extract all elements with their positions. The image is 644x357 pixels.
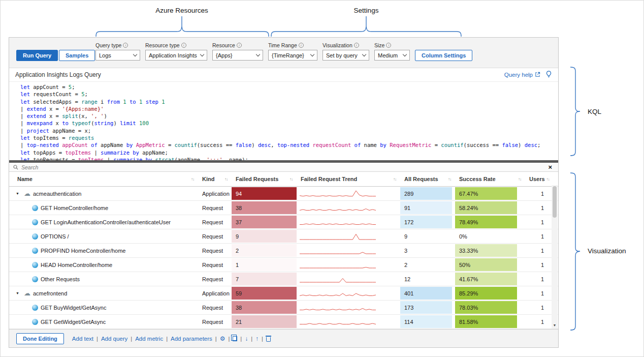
settings-icon[interactable]: ⚙ [220, 336, 226, 342]
done-editing-button[interactable]: Done Editing [16, 333, 64, 344]
separator: | [96, 336, 98, 342]
application-cloud-icon: ☁ [24, 290, 30, 296]
column-settings-button[interactable]: Column Settings [415, 50, 472, 61]
query-help-link[interactable]: Query help [504, 72, 540, 78]
query-title: Application Insights Logs Query [15, 71, 101, 78]
code-line: | extend x = split(x, ', ') [20, 112, 558, 120]
failed-requests-value: 2 [232, 244, 297, 257]
failed-requests-value: 38 [232, 201, 297, 214]
scrollbar-down-icon[interactable]: ▼ [552, 322, 558, 329]
footer-link-add-text[interactable]: Add text [72, 336, 93, 342]
name-label: acmeauthentication [33, 191, 81, 197]
table-row[interactable]: PROPFIND HomeController/homeRequest2333.… [9, 244, 558, 258]
annotation-kql: KQL [588, 108, 601, 115]
failed-requests-value: 9 [232, 230, 297, 243]
sort-icon[interactable]: ↑↓ [289, 177, 293, 182]
success-rate-cell: 50% [455, 258, 525, 272]
move-up-icon[interactable]: ↑ [255, 336, 259, 342]
samples-button[interactable]: Samples [59, 50, 95, 61]
table-row[interactable]: OPTIONS /Request990%1 [9, 229, 558, 244]
table-row[interactable]: GET HomeController/homeRequest389158.24%… [9, 201, 558, 215]
table-row[interactable]: Other RequestsRequest71241.67%1 [9, 272, 558, 286]
table-row[interactable]: ▼☁acmeauthenticationApplication9428967.4… [9, 187, 558, 201]
column-header-success-rate[interactable]: Success Rate↑↓ [455, 172, 525, 186]
users-cell: 1 [525, 187, 552, 200]
dropdown-value: Application Insights [149, 52, 197, 58]
sort-icon[interactable]: ↑↓ [518, 177, 521, 182]
run-query-button[interactable]: Run Query [16, 50, 58, 61]
sort-icon[interactable]: ↑↓ [448, 177, 451, 182]
failed-request-trend-sparkline [297, 272, 400, 286]
table-row[interactable]: GET GetWidget/GetAsyncRequest2111481.58%… [9, 315, 558, 329]
scrollbar-thumb[interactable] [553, 186, 557, 218]
failed-requests-cell: 1 [232, 258, 297, 272]
copy-icon[interactable] [233, 336, 237, 341]
footer-link-add-metric[interactable]: Add metric [135, 336, 163, 342]
code-line: let topItems = requests [20, 134, 558, 141]
application-cloud-icon: ☁ [24, 190, 30, 197]
info-icon [354, 43, 359, 48]
table-row[interactable]: GET LoginAuthenticationController/authen… [9, 215, 558, 229]
separator: | [251, 336, 252, 342]
column-header-label: Kind [202, 176, 214, 182]
table-row[interactable]: HEAD HomeController/homeRequest1250%1 [9, 258, 558, 272]
kind-cell: Request [198, 215, 232, 229]
failed-requests-value: 7 [232, 273, 297, 285]
failed-requests-cell: 94 [232, 187, 297, 200]
footer-link-add-parameters[interactable]: Add parameters [171, 336, 212, 342]
dropdown-size[interactable]: Medium [374, 50, 410, 61]
dropdown-resource[interactable]: {Apps} [212, 50, 263, 61]
sort-icon[interactable]: ↑↓ [224, 177, 228, 182]
request-icon [32, 219, 38, 225]
users-cell: 1 [525, 301, 552, 314]
delete-icon[interactable] [266, 337, 271, 342]
code-line: | top-nested appCount of appName by AppM… [20, 141, 558, 148]
column-header-name[interactable]: Name↑↓ [9, 172, 198, 186]
dropdown-time-range[interactable]: {TimeRange} [268, 50, 317, 61]
code-line: let requestCount = 5; [20, 91, 558, 98]
request-icon [32, 233, 38, 240]
failed-requests-cell: 38 [232, 201, 297, 215]
move-down-icon[interactable]: ↓ [245, 336, 248, 342]
all-requests-value: 12 [400, 273, 452, 285]
failed-request-trend-sparkline [297, 301, 400, 314]
table-row[interactable]: ▼☁acmefrontendApplication5940185.29%1 [9, 286, 558, 301]
kind-cell: Request [198, 301, 232, 314]
sort-icon[interactable]: ↑↓ [191, 177, 194, 182]
dropdown-resource-type[interactable]: Application Insights [145, 50, 207, 61]
column-header-users[interactable]: Users↑↓ [525, 172, 552, 186]
all-requests-value: 91 [400, 201, 452, 214]
sort-icon[interactable]: ↑↓ [546, 177, 550, 182]
dropdown-query-type[interactable]: Logs [95, 50, 140, 61]
request-icon [32, 248, 38, 254]
field-size: SizeMedium [374, 42, 410, 61]
footer-link-add-query[interactable]: Add query [101, 336, 127, 342]
request-icon [32, 205, 38, 211]
success-rate-cell: 81.58% [455, 315, 525, 329]
column-header-kind[interactable]: Kind↑↓ [198, 172, 232, 186]
dropdown-visualization[interactable]: Set by query [323, 50, 369, 61]
all-requests-cell: 114 [400, 315, 455, 329]
column-header-failed-requests[interactable]: Failed Requests↑↓ [232, 172, 297, 186]
sort-icon[interactable]: ↑↓ [393, 177, 396, 182]
column-header-failed-request-trend[interactable]: Failed Request Trend↑↓ [297, 172, 400, 186]
users-cell: 1 [525, 258, 552, 272]
code-editor[interactable]: let appCount = 5;let requestCount = 5;le… [9, 82, 558, 160]
annotation-settings: Settings [354, 7, 379, 14]
close-icon[interactable]: × [548, 164, 554, 170]
expander-icon[interactable]: ▼ [16, 192, 21, 195]
feedback-lightbulb-icon[interactable] [545, 71, 552, 79]
search-input[interactable] [21, 164, 545, 170]
field-label: Visualization [323, 42, 369, 48]
expander-icon[interactable]: ▼ [16, 291, 21, 295]
name-label: GET LoginAuthenticationController/authen… [41, 219, 171, 225]
failed-request-trend-sparkline [297, 286, 400, 300]
users-cell: 1 [525, 201, 552, 215]
all-requests-value: 172 [400, 216, 452, 228]
failed-requests-value: 59 [232, 287, 297, 300]
field-time-range: Time Range{TimeRange} [268, 42, 317, 61]
table-row[interactable]: GET BuyWidget/GetAsyncRequest3817378.03%… [9, 301, 558, 315]
field-label-text: Resource type [145, 42, 180, 48]
table-scrollbar[interactable]: ▼ [552, 185, 558, 329]
column-header-all-requests[interactable]: All Requests↑↓ [400, 172, 455, 186]
